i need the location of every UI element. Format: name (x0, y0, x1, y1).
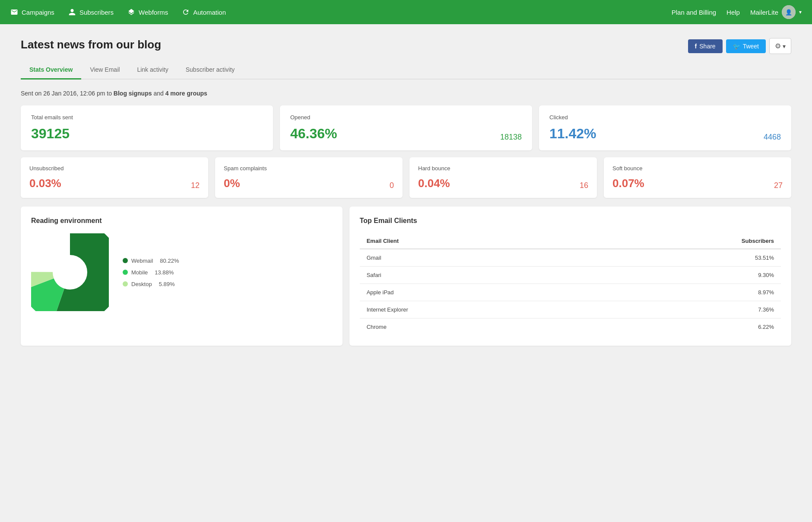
client-value: 7.36% (589, 301, 781, 318)
pie-chart-svg (31, 233, 109, 311)
stat-clicked-label: Clicked (549, 114, 781, 121)
tab-subscriber-activity[interactable]: Subscriber activity (177, 61, 244, 80)
stat-soft-bounce-count: 27 (774, 181, 783, 190)
legend-webmail: Webmail 80.22% (123, 258, 179, 264)
page-title: Latest news from our blog (21, 38, 161, 51)
stat-spam: Spam complaints 0% 0 (215, 157, 403, 198)
email-clients-card: Top Email Clients Email Client Subscribe… (349, 207, 791, 346)
stat-unsubscribed-label: Unsubscribed (29, 165, 200, 172)
stat-spam-label: Spam complaints (224, 165, 394, 172)
header-actions: f Share 🐦 Tweet ⚙ ▾ (688, 38, 791, 54)
stat-hard-bounce-count: 16 (580, 181, 588, 190)
pie-legend: Webmail 80.22% Mobile 13.88% Desktop 5.8… (123, 258, 179, 287)
email-clients-title: Top Email Clients (360, 217, 781, 225)
table-header-row: Email Client Subscribers (360, 233, 781, 249)
stat-hard-bounce-value: 0.04% (418, 177, 450, 190)
client-name: Safari (360, 267, 589, 284)
legend-mobile: Mobile 13.88% (123, 269, 179, 276)
client-value: 8.97% (589, 284, 781, 301)
navbar: Campaigns Subscribers Webforms Automatio… (0, 0, 812, 24)
stat-opened: Opened 46.36% 18138 (280, 105, 532, 150)
nav-campaigns[interactable]: Campaigns (10, 8, 54, 16)
stat-soft-bounce-value: 0.07% (612, 177, 644, 190)
email-clients-tbody: Gmail53.51%Safari9.30%Apple iPad8.97%Int… (360, 249, 781, 335)
client-name: Internet Explorer (360, 301, 589, 318)
nav-left: Campaigns Subscribers Webforms Automatio… (10, 8, 226, 16)
nav-mailerlite-label: MailerLite (750, 9, 778, 16)
chevron-down-icon: ▾ (783, 43, 786, 50)
stat-soft-bounce: Soft bounce 0.07% 27 (604, 157, 791, 198)
stat-unsubscribed-value: 0.03% (29, 177, 61, 190)
facebook-icon: f (695, 43, 697, 50)
bottom-row: Reading environment (21, 207, 791, 346)
avatar: 👤 (782, 5, 796, 19)
settings-button[interactable]: ⚙ ▾ (769, 38, 791, 54)
stat-opened-count: 18138 (500, 133, 522, 142)
stat-spam-count: 0 (390, 181, 394, 190)
nav-right: Plan and Billing Help MailerLite 👤 ▾ (672, 5, 802, 19)
tab-view-email[interactable]: View Email (81, 61, 128, 80)
reading-environment-title: Reading environment (31, 217, 332, 225)
stat-total-emails-value: 39125 (31, 126, 70, 142)
layers-icon (127, 8, 135, 16)
desktop-color-dot (123, 281, 128, 286)
stat-unsubscribed-count: 12 (191, 181, 200, 190)
reading-environment-card: Reading environment (21, 207, 343, 346)
stat-clicked: Clicked 11.42% 4468 (539, 105, 791, 150)
gear-icon: ⚙ (775, 42, 781, 50)
stats-row-2: Unsubscribed 0.03% 12 Spam complaints 0%… (21, 157, 791, 198)
col-subscribers-header: Subscribers (589, 233, 781, 249)
pie-section: Webmail 80.22% Mobile 13.88% Desktop 5.8… (31, 233, 332, 311)
client-name: Apple iPad (360, 284, 589, 301)
table-row: Chrome6.22% (360, 318, 781, 336)
nav-webforms[interactable]: Webforms (127, 8, 168, 16)
stat-opened-label: Opened (290, 114, 522, 121)
stats-row-1: Total emails sent 39125 Opened 46.36% 18… (21, 105, 791, 150)
stat-total-emails: Total emails sent 39125 (21, 105, 273, 150)
table-row: Apple iPad8.97% (360, 284, 781, 301)
nav-automation[interactable]: Automation (182, 8, 226, 16)
client-value: 9.30% (589, 267, 781, 284)
stat-total-emails-label: Total emails sent (31, 114, 263, 121)
pie-chart (31, 233, 109, 311)
share-button[interactable]: f Share (688, 39, 723, 53)
stat-unsubscribed: Unsubscribed 0.03% 12 (21, 157, 208, 198)
client-value: 6.22% (589, 318, 781, 336)
table-row: Gmail53.51% (360, 249, 781, 267)
col-client-header: Email Client (360, 233, 589, 249)
tweet-button[interactable]: 🐦 Tweet (726, 39, 766, 53)
page-header: Latest news from our blog f Share 🐦 Twee… (21, 38, 791, 54)
legend-desktop: Desktop 5.89% (123, 281, 179, 287)
tab-link-activity[interactable]: Link activity (128, 61, 177, 80)
stat-clicked-value: 11.42% (549, 126, 596, 142)
nav-help[interactable]: Help (726, 9, 740, 16)
stat-hard-bounce: Hard bounce 0.04% 16 (409, 157, 597, 198)
avatar-image: 👤 (782, 5, 796, 19)
table-row: Safari9.30% (360, 267, 781, 284)
stat-hard-bounce-label: Hard bounce (418, 165, 588, 172)
table-row: Internet Explorer7.36% (360, 301, 781, 318)
stat-soft-bounce-label: Soft bounce (612, 165, 783, 172)
email-clients-table: Email Client Subscribers Gmail53.51%Safa… (360, 233, 781, 335)
client-value: 53.51% (589, 249, 781, 267)
webmail-color-dot (123, 258, 128, 263)
mail-icon (10, 8, 18, 16)
tab-stats-overview[interactable]: Stats Overview (21, 61, 81, 80)
user-icon (68, 8, 76, 16)
twitter-icon: 🐦 (733, 43, 740, 50)
refresh-icon (182, 8, 190, 16)
nav-plan-billing[interactable]: Plan and Billing (672, 9, 716, 16)
stat-clicked-count: 4468 (764, 133, 781, 142)
mobile-color-dot (123, 270, 128, 275)
chevron-down-icon: ▾ (799, 9, 802, 15)
sent-info: Sent on 26 Jan 2016, 12:06 pm to Blog si… (21, 90, 791, 97)
page-content: Latest news from our blog f Share 🐦 Twee… (0, 24, 812, 360)
nav-subscribers[interactable]: Subscribers (68, 8, 114, 16)
nav-user[interactable]: MailerLite 👤 ▾ (750, 5, 802, 19)
client-name: Gmail (360, 249, 589, 267)
tabs: Stats Overview View Email Link activity … (21, 61, 791, 80)
client-name: Chrome (360, 318, 589, 336)
stat-spam-value: 0% (224, 177, 240, 190)
stat-opened-value: 46.36% (290, 126, 337, 142)
